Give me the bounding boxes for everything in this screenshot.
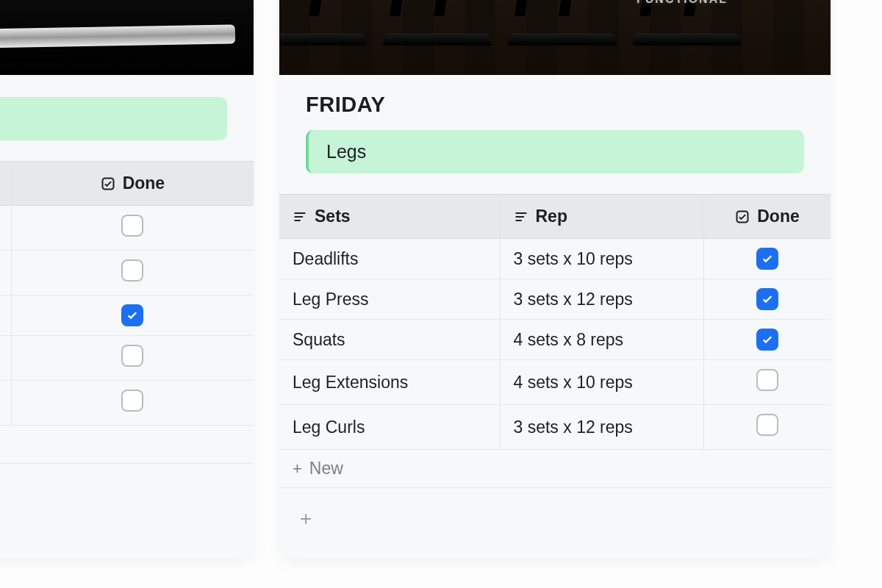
cell-rep: 4 sets x 8 reps [514, 330, 624, 349]
table-row[interactable]: x 10 reps [0, 251, 254, 295]
table-row[interactable]: Leg Press 3 sets x 12 reps [279, 279, 831, 320]
cell-exercise: Squats [293, 330, 345, 349]
table-row[interactable]: Leg Curls 3 sets x 12 reps [279, 405, 831, 450]
cover-image-barbell [0, 0, 254, 75]
done-checkbox[interactable] [121, 345, 143, 367]
cell-rep: 3 sets x 12 reps [514, 417, 633, 437]
plus-icon: + [300, 507, 312, 530]
done-checkbox[interactable] [756, 414, 778, 436]
day-title: FRIDAY [279, 75, 831, 130]
table-row[interactable]: Deadlifts 3 sets x 10 reps [279, 239, 831, 279]
column-header-rep[interactable]: p [0, 162, 11, 206]
cover-sign-text: FUNCTIONAL [637, 0, 728, 6]
column-header-done[interactable]: Done [11, 162, 254, 206]
checkbox-icon [101, 176, 115, 191]
plus-icon: + [293, 459, 302, 478]
done-checkbox[interactable] [756, 248, 778, 270]
done-checkbox[interactable] [121, 215, 143, 237]
done-checkbox[interactable] [121, 259, 143, 282]
new-row[interactable]: +New [279, 450, 831, 488]
cell-rep: 3 sets x 12 reps [514, 290, 633, 309]
workout-card-left: p Done x 8 reps [0, 0, 254, 559]
table-row[interactable]: x 12 reps [0, 381, 254, 426]
table-row[interactable]: Leg Extensions 4 sets x 10 reps [279, 360, 831, 405]
new-row-label: New [309, 459, 343, 478]
table-row[interactable]: x 10 reps [0, 336, 254, 381]
workout-card-friday: FUNCTIONAL FRIDAY Legs Sets [279, 0, 831, 559]
muscle-group-tag[interactable]: Legs [306, 130, 804, 173]
table-row[interactable]: x 12 reps [0, 295, 254, 336]
checkbox-icon [735, 209, 750, 224]
add-block-button[interactable]: + [279, 488, 831, 550]
table-row[interactable]: Squats 4 sets x 8 reps [279, 320, 831, 360]
table-row[interactable]: x 8 reps [0, 206, 254, 251]
exercise-table-left: p Done x 8 reps [0, 161, 254, 464]
done-checkbox[interactable] [756, 288, 778, 310]
done-checkbox[interactable] [121, 390, 143, 412]
column-header-rep[interactable]: Rep [500, 195, 704, 239]
cell-exercise: Leg Press [293, 290, 369, 309]
text-align-icon [293, 209, 307, 224]
column-header-rep-label: Rep [536, 207, 567, 226]
text-align-icon [514, 209, 528, 224]
muscle-group-tag-label: Legs [326, 141, 366, 162]
column-header-done-label: Done [757, 207, 800, 226]
cover-image-gym: FUNCTIONAL [279, 0, 831, 75]
cell-rep: 3 sets x 10 reps [514, 249, 633, 268]
column-header-sets[interactable]: Sets [279, 195, 500, 239]
done-checkbox[interactable] [756, 369, 778, 391]
exercise-table: Sets Rep [279, 194, 831, 488]
column-header-done[interactable]: Done [704, 195, 831, 239]
done-checkbox[interactable] [121, 304, 143, 326]
cell-exercise: Leg Extensions [293, 373, 408, 392]
column-header-sets-label: Sets [315, 207, 351, 226]
column-header-done-label: Done [123, 173, 165, 193]
cell-exercise: Deadlifts [293, 249, 358, 268]
done-checkbox[interactable] [756, 329, 778, 351]
muscle-group-tag[interactable] [0, 97, 227, 140]
cell-exercise: Leg Curls [293, 417, 365, 437]
cell-rep: 4 sets x 10 reps [514, 373, 633, 392]
new-row[interactable] [0, 426, 254, 464]
